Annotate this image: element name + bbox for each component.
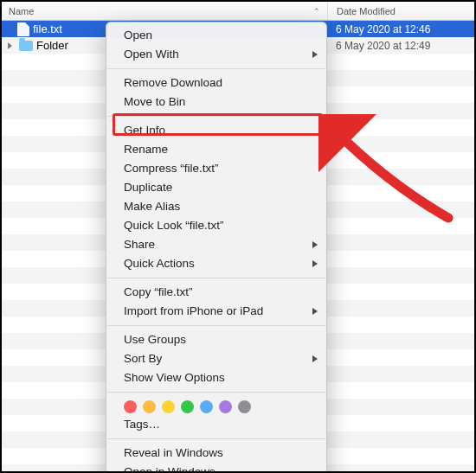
file-name: file.txt: [33, 22, 62, 35]
menu-sort-by[interactable]: Sort By: [106, 349, 326, 368]
menu-quick-look[interactable]: Quick Look “file.txt”: [106, 216, 326, 235]
folder-date: 6 May 2020 at 12:49: [327, 40, 474, 52]
column-name[interactable]: Name ⌃: [2, 6, 327, 16]
menu-make-alias[interactable]: Make Alias: [106, 197, 326, 216]
column-date-label: Date Modified: [337, 6, 396, 16]
menu-tags[interactable]: Tags…: [106, 415, 326, 434]
tag-green[interactable]: [181, 400, 194, 413]
disclosure-triangle-icon[interactable]: [8, 42, 12, 49]
menu-separator: [107, 392, 325, 393]
menu-separator: [107, 68, 325, 69]
menu-separator: [107, 325, 325, 326]
menu-quick-actions[interactable]: Quick Actions: [106, 254, 326, 273]
menu-get-info[interactable]: Get Info: [106, 121, 326, 140]
menu-separator: [107, 278, 325, 278]
menu-open[interactable]: Open: [106, 26, 326, 45]
menu-compress[interactable]: Compress “file.txt”: [106, 159, 326, 178]
tag-yellow[interactable]: [162, 400, 175, 413]
context-menu: Open Open With Remove Download Move to B…: [106, 22, 327, 473]
column-date-modified[interactable]: Date Modified: [327, 2, 474, 20]
menu-remove-download[interactable]: Remove Download: [106, 74, 326, 93]
folder-name: Folder: [36, 39, 68, 52]
menu-copy[interactable]: Copy “file.txt”: [106, 283, 326, 302]
column-header: Name ⌃ Date Modified: [2, 2, 474, 21]
tag-orange[interactable]: [143, 400, 156, 413]
menu-share[interactable]: Share: [106, 235, 326, 254]
menu-rename[interactable]: Rename: [106, 140, 326, 159]
menu-open-with[interactable]: Open With: [106, 45, 326, 64]
menu-show-view-options[interactable]: Show View Options: [106, 368, 326, 387]
file-date: 6 May 2020 at 12:46: [327, 23, 474, 35]
menu-move-to-bin[interactable]: Move to Bin: [106, 93, 326, 112]
menu-import-ios[interactable]: Import from iPhone or iPad: [106, 302, 326, 321]
tag-red[interactable]: [124, 400, 137, 413]
folder-icon: [19, 41, 33, 51]
tag-blue[interactable]: [200, 400, 213, 413]
column-name-label: Name: [9, 6, 34, 16]
menu-separator: [107, 438, 325, 439]
tag-gray[interactable]: [238, 400, 251, 413]
menu-separator: [107, 116, 325, 117]
menu-use-groups[interactable]: Use Groups: [106, 330, 326, 349]
tag-purple[interactable]: [219, 400, 232, 413]
menu-open-in-windows[interactable]: Open in Windows: [106, 463, 326, 473]
text-file-icon: [17, 22, 29, 36]
sort-ascending-icon: ⌃: [313, 7, 320, 16]
menu-reveal-in-windows[interactable]: Reveal in Windows: [106, 444, 326, 463]
menu-tag-swatches: [106, 397, 326, 415]
menu-duplicate[interactable]: Duplicate: [106, 178, 326, 197]
